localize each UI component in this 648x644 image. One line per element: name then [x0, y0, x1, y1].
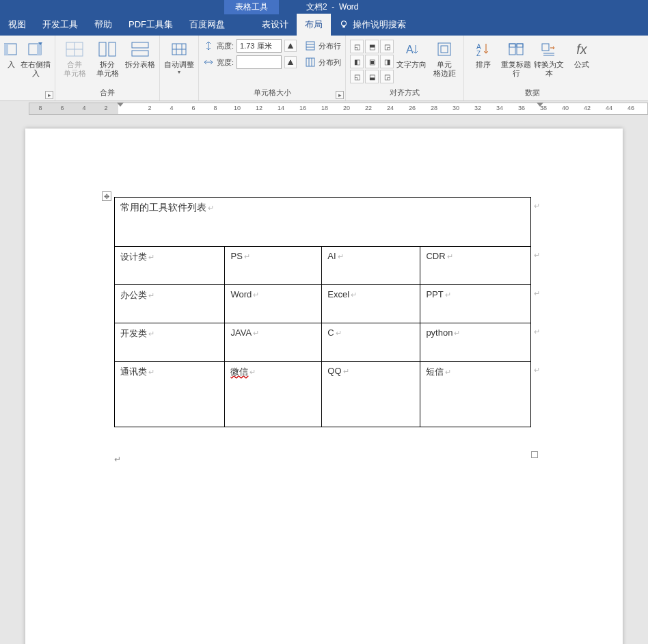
context-tab-table-tools: 表格工具 — [224, 0, 279, 14]
height-label: 高度: — [217, 41, 234, 51]
align-mc[interactable]: ▣ — [365, 55, 379, 68]
table-row[interactable]: 设计类↵PS↵AI↵CDR↵↵ — [115, 247, 531, 285]
autofit-button[interactable]: 自动调整 ▾ — [164, 37, 194, 75]
table-cell[interactable]: CDR↵↵ — [420, 247, 531, 285]
align-ml[interactable]: ◧ — [350, 55, 364, 68]
table-row[interactable]: 通讯类↵微信↵QQ↵短信↵↵ — [115, 362, 531, 427]
group-label-cell-size: 单元格大小 — [203, 86, 341, 100]
cell-margins-button[interactable]: 单元 格边距 — [429, 37, 459, 78]
table-cell[interactable]: AI↵ — [322, 247, 420, 285]
align-mr[interactable]: ◨ — [380, 55, 394, 68]
group-label-merge: 合并 — [59, 86, 155, 100]
svg-rect-9 — [99, 42, 106, 56]
height-input[interactable]: 1.73 厘米 — [237, 39, 282, 53]
height-stepper[interactable]: ⯅ — [284, 40, 297, 52]
svg-rect-3 — [4, 44, 8, 55]
ribbon-tabs: 视图 开发工具 帮助 PDF工具集 百度网盘 表设计 布局 操作说明搜索 — [0, 14, 648, 36]
svg-rect-24 — [438, 43, 450, 55]
distribute-cols-button[interactable]: 分布列 — [305, 55, 341, 70]
table-cell[interactable]: JAVA↵ — [225, 323, 322, 362]
svg-rect-10 — [109, 42, 116, 56]
tab-baidu-netdisk[interactable]: 百度网盘 — [181, 14, 233, 36]
right-indent-marker[interactable] — [537, 103, 543, 107]
alignment-grid: ◱ ⬒ ◲ ◧ ▣ ◨ ◱ ⬓ ◲ — [350, 37, 394, 83]
tab-view[interactable]: 视图 — [0, 14, 34, 36]
table-cell[interactable]: PS↵ — [225, 247, 322, 285]
autofit-icon — [170, 41, 189, 57]
group-alignment: ◱ ⬒ ◲ ◧ ▣ ◨ ◱ ⬓ ◲ A 文字方向 单元 格边距 对齐方式 — [346, 36, 464, 100]
tab-table-design[interactable]: 表设计 — [254, 14, 297, 36]
col-width-icon — [203, 57, 214, 68]
split-cells-button[interactable]: 拆分 单元格 — [92, 37, 122, 78]
align-bc[interactable]: ⬓ — [365, 70, 379, 83]
svg-point-0 — [342, 21, 347, 26]
document-table[interactable]: 常用的工具软件列表↵↵ 设计类↵PS↵AI↵CDR↵↵办公类↵Word↵Exce… — [114, 197, 531, 427]
split-table-icon — [131, 41, 150, 57]
table-cell[interactable]: C↵ — [322, 323, 420, 362]
align-tc[interactable]: ⬒ — [365, 40, 379, 53]
align-bl[interactable]: ◱ — [350, 70, 364, 83]
svg-rect-29 — [517, 44, 523, 55]
group-merge: 合并 单元格 拆分 单元格 拆分表格 合并 — [55, 36, 160, 100]
split-table-button[interactable]: 拆分表格 — [125, 37, 155, 69]
text-direction-icon: A — [403, 41, 420, 57]
table-cell[interactable]: QQ↵ — [322, 362, 420, 427]
sort-icon: AZ — [475, 41, 491, 57]
merge-cells-button: 合并 单元格 — [59, 37, 90, 78]
align-tr[interactable]: ◲ — [380, 40, 394, 53]
table-cell[interactable]: 办公类↵ — [115, 285, 225, 323]
tab-table-layout[interactable]: 布局 — [297, 14, 331, 36]
group-data: AZ 排序 重复标题行 转换为文本 fx 公式 数据 — [464, 36, 601, 100]
distribute-rows-icon — [305, 40, 316, 51]
sort-button[interactable]: AZ 排序 — [468, 37, 498, 69]
formula-icon: fx — [572, 40, 591, 59]
table-cell[interactable]: 微信↵ — [225, 362, 322, 427]
table-cell[interactable]: 设计类↵ — [115, 247, 225, 285]
svg-rect-17 — [306, 42, 314, 50]
repeat-header-button[interactable]: 重复标题行 — [501, 37, 531, 78]
paragraph-mark: ↵ — [114, 455, 121, 464]
align-tl[interactable]: ◱ — [350, 40, 364, 53]
table-cell[interactable]: python↵↵ — [420, 323, 531, 362]
table-cell[interactable]: Word↵ — [225, 285, 322, 323]
lightbulb-icon — [339, 20, 349, 29]
table-cell[interactable]: 开发类↵ — [115, 323, 225, 362]
group-insert: 入 在右侧插入 ▸ — [0, 36, 55, 100]
row-height-icon — [203, 40, 214, 51]
formula-button[interactable]: fx 公式 — [567, 37, 597, 69]
tell-me-search[interactable]: 操作说明搜索 — [331, 18, 414, 31]
table-title-cell[interactable]: 常用的工具软件列表↵↵ — [115, 198, 531, 247]
table-row[interactable]: 开发类↵JAVA↵C↵python↵↵ — [115, 323, 531, 362]
group-launcher-icon[interactable]: ▸ — [45, 91, 53, 99]
table-row[interactable]: 办公类↵Word↵Excel↵PPT↵↵ — [115, 285, 531, 323]
tab-pdf-tools[interactable]: PDF工具集 — [120, 14, 181, 36]
cell-margins-icon — [436, 41, 453, 57]
svg-text:Z: Z — [476, 50, 481, 57]
horizontal-ruler[interactable]: 8642246810121416182022242628303234363840… — [0, 101, 648, 116]
svg-rect-25 — [441, 46, 448, 53]
svg-rect-30 — [509, 44, 515, 47]
table-cell[interactable]: 短信↵↵ — [420, 362, 531, 427]
left-indent-marker[interactable] — [117, 103, 124, 107]
distribute-rows-button[interactable]: 分布行 — [305, 38, 341, 53]
tab-help[interactable]: 帮助 — [86, 14, 120, 36]
document-area[interactable]: ✥ 常用的工具软件列表↵↵ 设计类↵PS↵AI↵CDR↵↵办公类↵Word↵Ex… — [0, 116, 648, 644]
convert-to-text-button[interactable]: 转换为文本 — [534, 37, 564, 78]
width-stepper[interactable]: ⯅ — [284, 56, 297, 68]
group-launcher-icon[interactable]: ▸ — [336, 91, 344, 99]
group-cell-size: 高度: 1.73 厘米 ⯅ 宽度: ⯅ 分布行 分布列 — [199, 36, 346, 100]
align-br[interactable]: ◲ — [380, 70, 394, 83]
table-move-handle-icon[interactable]: ✥ — [102, 191, 111, 201]
group-label-alignment: 对齐方式 — [350, 86, 459, 100]
insert-right-button[interactable]: 在右侧插入 — [21, 37, 51, 78]
width-input[interactable] — [237, 55, 282, 69]
table-cell[interactable]: Excel↵ — [322, 285, 420, 323]
width-label: 宽度: — [217, 57, 234, 68]
tab-developer[interactable]: 开发工具 — [34, 14, 86, 36]
title-bar: 表格工具 文档2 - Word — [0, 0, 648, 14]
table-cell[interactable]: PPT↵↵ — [420, 285, 531, 323]
insert-left-button[interactable]: 入 — [4, 37, 18, 69]
table-resize-handle-icon[interactable] — [531, 451, 538, 458]
table-cell[interactable]: 通讯类↵ — [115, 362, 225, 427]
text-direction-button[interactable]: A 文字方向 — [396, 37, 427, 69]
